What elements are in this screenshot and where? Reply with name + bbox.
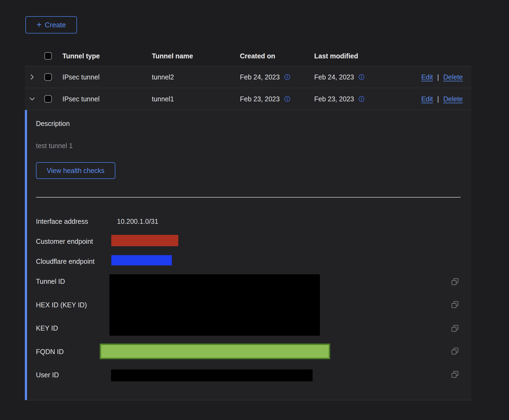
link-separator: |	[437, 73, 439, 81]
edit-link-tunnel1[interactable]: Edit	[421, 95, 433, 103]
delete-link-tunnel1[interactable]: Delete	[443, 95, 463, 103]
column-header-created-on: Created on	[240, 52, 314, 60]
row-checkbox-tunnel2[interactable]	[44, 73, 52, 81]
cloudflare-endpoint-label: Cloudflare endpoint	[36, 258, 95, 265]
tunnel-name-cell: tunnel1	[152, 95, 240, 103]
hex-id-label: HEX ID (KEY ID)	[36, 301, 87, 309]
column-header-last-modified: Last modified	[314, 52, 416, 60]
description-label: Description	[36, 120, 70, 128]
created-on-info-icon[interactable]	[284, 74, 290, 80]
collapse-row-chevron-down-icon[interactable]	[29, 95, 36, 102]
last-modified-cell: Feb 23, 2023	[314, 95, 354, 103]
table-row-tunnel1: IPsec tunnel tunnel1 Feb 23, 2023 Feb 23…	[25, 88, 471, 110]
tunnel1-detail-panel: Description test tunnel 1 View health ch…	[25, 110, 471, 400]
tunnels-table: Tunnel type Tunnel name Created on Last …	[25, 46, 471, 400]
customer-endpoint-redaction	[111, 235, 178, 246]
column-header-tunnel-type: Tunnel type	[62, 52, 152, 60]
create-button[interactable]: + Create	[25, 16, 77, 34]
fqdn-id-label: FQDN ID	[36, 348, 64, 356]
user-id-label: User ID	[36, 371, 59, 379]
cloudflare-endpoint-redaction	[111, 255, 172, 265]
customer-endpoint-label: Customer endpoint	[36, 238, 93, 245]
tunnel-type-cell: IPsec tunnel	[62, 73, 152, 81]
created-on-cell: Feb 24, 2023	[240, 73, 280, 81]
plus-icon: +	[36, 20, 42, 29]
key-id-copy-icon[interactable]	[451, 325, 459, 332]
select-all-checkbox[interactable]	[44, 52, 52, 60]
expanded-row-accent-bar	[25, 110, 27, 400]
detail-divider	[36, 197, 461, 198]
view-health-checks-button[interactable]: View health checks	[36, 162, 115, 179]
interface-address-label: Interface address	[36, 218, 88, 225]
delete-link-tunnel2[interactable]: Delete	[443, 73, 463, 81]
row-checkbox-tunnel1[interactable]	[44, 95, 52, 103]
created-on-info-icon[interactable]	[284, 96, 290, 102]
interface-address-value: 10.200.1.0/31	[117, 218, 158, 225]
tunnel-type-cell: IPsec tunnel	[62, 95, 152, 103]
hex-id-copy-icon[interactable]	[451, 301, 459, 308]
ipsec-tunnels-page: + Create Tunnel type Tunnel name Created…	[0, 0, 509, 420]
last-modified-cell: Feb 24, 2023	[314, 73, 354, 81]
tunnel-id-copy-icon[interactable]	[451, 278, 459, 285]
column-header-tunnel-name: Tunnel name	[152, 52, 240, 60]
last-modified-info-icon[interactable]	[358, 96, 365, 102]
user-id-copy-icon[interactable]	[451, 371, 459, 378]
create-button-label: Create	[45, 21, 66, 29]
tunnel-name-cell: tunnel2	[152, 73, 240, 81]
user-id-redaction	[111, 369, 313, 381]
table-header-row: Tunnel type Tunnel name Created on Last …	[25, 46, 471, 66]
link-separator: |	[437, 95, 439, 103]
table-row-tunnel2: IPsec tunnel tunnel2 Feb 24, 2023 Feb 24…	[25, 66, 471, 88]
last-modified-info-icon[interactable]	[358, 74, 365, 80]
tunnel-id-label: Tunnel ID	[36, 278, 65, 285]
edit-link-tunnel2[interactable]: Edit	[421, 73, 433, 81]
description-value: test tunnel 1	[36, 142, 73, 150]
fqdn-id-copy-icon[interactable]	[451, 347, 459, 355]
expand-row-chevron-right-icon[interactable]	[29, 74, 36, 81]
key-id-label: KEY ID	[36, 324, 58, 332]
fqdn-id-redaction	[100, 344, 330, 359]
created-on-cell: Feb 23, 2023	[240, 95, 280, 103]
tunnel-id-redaction	[109, 274, 320, 336]
